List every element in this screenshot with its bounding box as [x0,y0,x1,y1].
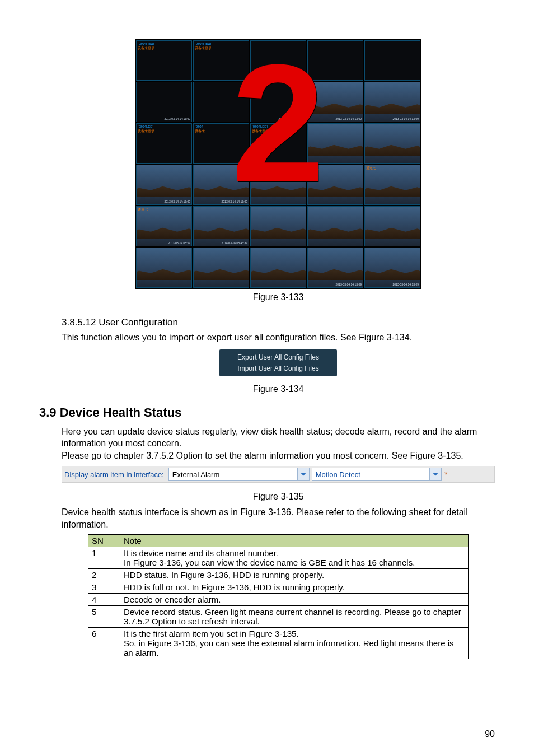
chevron-down-icon[interactable] [429,468,441,480]
figure-3-133-caption: Figure 3-133 [62,292,495,302]
heading-user-configuration: 3.8.5.12 User Configuration [62,317,495,328]
wall-cell: 2013-03-14 14:13:09 [250,82,306,122]
table-cell-sn: 5 [88,605,120,627]
table-row: 3HDD is full or not. In Figure 3-136, HD… [88,581,469,593]
wall-cell [307,206,363,246]
health-p2: Please go to chapter 3.7.5.2 Option to s… [62,450,495,462]
wall-cell [250,248,306,288]
wall-cell: 2013-03-14 14:13:09 [364,248,420,288]
wall-cell: 2013-03-14 14:13:09 [136,82,192,122]
alarm-dropdown-1-value: External Alarm [169,470,297,479]
chevron-down-icon[interactable] [297,468,309,480]
wall-cell [364,40,420,81]
table-row: 5Device record status. Green light means… [88,605,469,627]
health-p1: Here you can update device status regula… [62,426,495,450]
table-row: 4Decode or encoder alarm. [88,593,469,605]
table-cell-note: It is device name and its channel number… [120,547,469,568]
table-cell-sn: 3 [88,581,120,593]
table-row: 1It is device name and its channel numbe… [88,547,469,568]
figure-3-134-caption: Figure 3-134 [62,384,495,394]
table-cell-note: Decode or encoder alarm. [120,593,469,605]
wall-cell [193,248,249,288]
wall-cell: 2013-03-14 14:13:09 [307,82,363,122]
table-cell-note: HDD is full or not. In Figure 3-136, HDD… [120,581,469,593]
health-status-table: SN Note 1It is device name and its chann… [88,534,469,659]
table-cell-sn: 2 [88,568,120,581]
page-number: 90 [485,729,495,739]
wall-cell [250,165,306,205]
wall-cell: 通道七 [364,165,420,205]
wall-cell: [0804HBU]设备未登录 [193,40,249,81]
wall-cell [307,123,363,164]
table-cell-note: HDD status. In Figure 3-136, HDD is runn… [120,568,469,581]
table-row: 2HDD status. In Figure 3-136, HDD is run… [88,568,469,581]
wall-cell: 通道七2013-03-14 08:57 [136,206,192,246]
table-cell-note: It is the first alarm item you set in Fi… [120,627,469,659]
wall-cell [364,206,420,246]
video-wall-grid: 2 [0804HBU]设备未登录 [0804HBU]设备未登录 2013-03-… [135,39,421,289]
wall-cell [250,40,306,81]
config-files-box: Export User All Config Files Import User… [219,349,337,376]
table-header-sn: SN [88,534,120,547]
wall-cell: 2014-03-16 08:43:37 [193,206,249,246]
figure-3-133: 2 [0804HBU]设备未登录 [0804HBU]设备未登录 2013-03-… [62,39,495,302]
table-cell-sn: 4 [88,593,120,605]
table-cell-note: Device record status. Green light means … [120,605,469,627]
health-p3: Device health status interface is shown … [62,506,495,530]
wall-cell: [0804设备未 [193,123,249,164]
table-header-note: Note [120,534,469,547]
alarm-item-row: Display alarm item in interface: Externa… [62,466,495,483]
wall-cell: 2013-03-14 14:13:09 [364,82,420,122]
alarm-dropdown-2-value: Motion Detect [312,470,429,479]
wall-cell [193,82,249,122]
user-configuration-body: This function allows you to import or ex… [62,332,495,344]
required-star-icon: * [442,466,451,482]
import-user-config-item[interactable]: Import User All Config Files [219,363,337,374]
wall-cell [364,123,420,164]
wall-cell [136,248,192,288]
wall-cell: 通道八 [307,165,363,205]
table-cell-sn: 6 [88,627,120,659]
alarm-dropdown-1[interactable]: External Alarm [168,468,310,481]
wall-cell: [0804LEE]设备未登录 [250,123,306,164]
wall-cell: 2013-03-14 14:13:09 [193,165,249,205]
wall-cell: [0804HBU]设备未登录 [136,40,192,81]
wall-cell: [0804LEE]设备未登录 [136,123,192,164]
wall-cell [250,206,306,246]
export-user-config-item[interactable]: Export User All Config Files [219,352,337,363]
table-cell-sn: 1 [88,547,120,568]
heading-device-health-status: 3.9 Device Health Status [39,405,495,420]
wall-cell: 2013-03-14 14:13:09 [307,248,363,288]
wall-cell: 2013-03-14 14:13:09 [136,165,192,205]
table-row: 6It is the first alarm item you set in F… [88,627,469,659]
alarm-item-label: Display alarm item in interface: [62,466,167,482]
wall-cell [307,40,363,81]
figure-3-135-caption: Figure 3-135 [62,492,495,502]
alarm-dropdown-2[interactable]: Motion Detect [312,468,442,481]
